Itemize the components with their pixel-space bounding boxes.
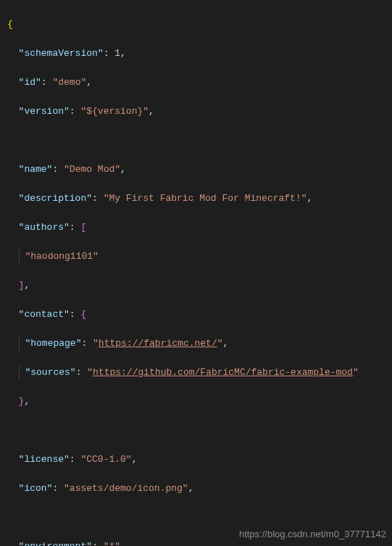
code-line: "name": "Demo Mod", [7, 162, 385, 177]
code-line: "icon": "assets/demo/icon.png", [7, 481, 385, 496]
code-line: "schemaVersion": 1, [7, 46, 385, 61]
code-line: "haodong1101" [7, 249, 385, 264]
code-line: "id": "demo", [7, 75, 385, 90]
json-key: "icon" [19, 483, 53, 494]
code-line: "license": "CC0-1.0", [7, 452, 385, 467]
open-brace: { [80, 309, 86, 320]
code-line: "contact": { [7, 307, 385, 322]
json-key: "name" [19, 164, 53, 175]
code-line [7, 423, 385, 438]
code-line: { [7, 17, 385, 32]
json-string: "${version}" [80, 106, 149, 117]
json-quote: " [93, 338, 99, 349]
json-key: "license" [19, 454, 70, 465]
open-brace: { [7, 19, 13, 30]
json-string: "assets/demo/icon.png" [64, 483, 188, 494]
json-number: 1 [114, 48, 120, 59]
json-key: "environment" [19, 541, 92, 546]
json-key: "sources" [25, 367, 75, 378]
code-line [7, 133, 385, 148]
json-string: "haodong1101" [25, 251, 98, 262]
code-line [7, 510, 385, 525]
json-key: "contact" [19, 309, 70, 320]
json-string: "CC0-1.0" [80, 454, 131, 465]
json-quote: " [353, 367, 359, 378]
json-key: "description" [19, 193, 92, 204]
code-line: "sources": "https://github.com/FabricMC/… [7, 365, 385, 380]
code-line: "homepage": "https://fabricmc.net/", [7, 336, 385, 351]
json-key: "id" [19, 77, 41, 88]
code-line: ], [7, 278, 385, 293]
code-editor[interactable]: { "schemaVersion": 1, "id": "demo", "ver… [0, 0, 392, 546]
open-bracket: [ [80, 222, 86, 233]
code-line: "version": "${version}", [7, 104, 385, 119]
watermark-text: https://blog.csdn.net/m0_37771142 [239, 527, 386, 542]
json-key: "version" [19, 106, 70, 117]
json-quote: " [217, 338, 223, 349]
json-link[interactable]: https://fabricmc.net/ [99, 338, 217, 349]
code-line: }, [7, 394, 385, 409]
json-key: "homepage" [25, 338, 81, 349]
json-string: "Demo Mod" [64, 164, 120, 175]
json-link[interactable]: https://github.com/FabricMC/fabric-examp… [93, 367, 353, 378]
json-string: "My First Fabric Mod For Minecraft!" [104, 193, 307, 204]
json-quote: " [87, 367, 93, 378]
json-key: "schemaVersion" [19, 48, 104, 59]
json-string: "*" [104, 541, 120, 546]
json-string: "demo" [52, 77, 86, 88]
code-line: "authors": [ [7, 220, 385, 235]
json-key: "authors" [19, 222, 70, 233]
code-line: "description": "My First Fabric Mod For … [7, 191, 385, 206]
